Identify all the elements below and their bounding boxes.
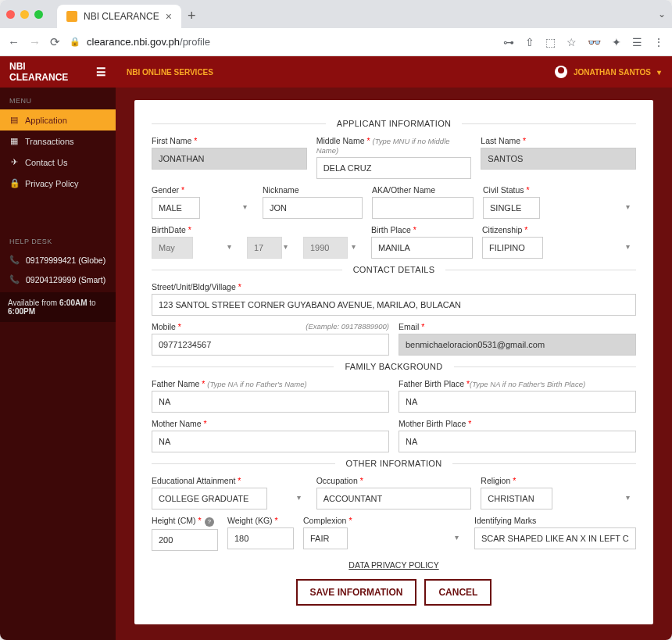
tabs-dropdown-icon[interactable]: ⌄ — [658, 9, 666, 20]
app-topbar: NBI CLEARANCE ☰ NBI ONLINE SERVICES JONA… — [0, 56, 672, 88]
help-phone-smart: 📞 09204129999 (Smart) — [0, 270, 116, 289]
weight-input[interactable] — [227, 527, 294, 549]
height-input[interactable] — [152, 529, 218, 551]
tab-close-icon[interactable]: × — [166, 10, 172, 23]
sidebar-item-label: Transactions — [25, 137, 74, 146]
birth-year-select: 1990 — [303, 237, 348, 259]
phone-icon: 📞 — [9, 274, 20, 284]
sidebar-item-contact[interactable]: ✈ Contact Us — [0, 152, 116, 173]
window-minimize-icon[interactable] — [20, 10, 29, 19]
birth-month-select: May — [152, 237, 193, 259]
marks-input[interactable] — [474, 527, 636, 549]
lock-icon: 🔒 — [9, 178, 19, 188]
window-controls — [6, 10, 43, 19]
father-name-input[interactable] — [152, 391, 389, 413]
chevron-down-icon: ▾ — [657, 68, 661, 77]
install-icon[interactable]: ⬚ — [545, 36, 556, 48]
brand-text: NBI CLEARANCE — [9, 61, 85, 83]
section-other: OTHER INFORMATION — [152, 459, 636, 468]
sidebar-item-application[interactable]: ▤ Application — [0, 109, 116, 131]
email-input — [399, 334, 636, 356]
share-icon[interactable]: ⇧ — [525, 36, 534, 48]
new-tab-icon[interactable]: + — [188, 8, 196, 24]
forward-icon: → — [29, 35, 41, 48]
sidebar: MENU ▤ Application ▦ Transactions ✈ Cont… — [0, 88, 116, 640]
user-menu[interactable]: JONATHAN SANTOS ▾ — [555, 66, 672, 78]
civil-status-select[interactable]: SINGLE — [483, 197, 540, 219]
religion-select[interactable]: CHRISTIAN — [481, 488, 552, 509]
mobile-input[interactable] — [152, 334, 389, 356]
help-phone-globe: 📞 09179999421 (Globe) — [0, 250, 116, 270]
online-services-link[interactable]: NBI ONLINE SERVICES — [116, 68, 213, 77]
tab-title: NBI CLEARANCE — [84, 11, 159, 22]
back-icon[interactable]: ← — [8, 35, 20, 48]
extensions-icon[interactable]: ✦ — [612, 36, 621, 48]
sidebar-help-title: HELP DESK — [0, 233, 116, 250]
browser-actions: ⊶ ⇧ ⬚ ☆ 👓 ✦ ☰ ⋮ — [503, 36, 664, 48]
section-applicant: APPLICANT INFORMATION — [152, 119, 636, 128]
profile-panel: APPLICANT INFORMATION First Name * Middl… — [134, 100, 653, 624]
list-icon: ▦ — [9, 136, 19, 146]
nickname-input[interactable] — [263, 197, 363, 219]
reading-list-icon[interactable]: ☰ — [632, 36, 642, 48]
sidebar-menu-title: MENU — [0, 92, 116, 109]
help-icon[interactable]: ? — [205, 517, 214, 527]
street-input[interactable] — [152, 294, 636, 316]
mother-name-input[interactable] — [152, 431, 389, 452]
birth-place-input[interactable] — [371, 237, 473, 259]
citizenship-select[interactable]: FILIPINO — [482, 237, 543, 259]
sidebar-item-transactions[interactable]: ▦ Transactions — [0, 131, 116, 152]
complexion-select[interactable]: FAIR — [303, 527, 348, 549]
availability-notice: Available from 6:00AM to 6:00PM — [0, 292, 116, 322]
section-family: FAMILY BACKGROUND — [152, 362, 636, 371]
url-path: /profile — [180, 36, 210, 48]
occupation-input[interactable] — [316, 488, 472, 509]
phone-icon: 📞 — [9, 255, 20, 265]
mother-birthplace-input[interactable] — [399, 431, 636, 452]
father-birthplace-input[interactable] — [399, 391, 636, 413]
aka-input[interactable] — [372, 197, 474, 219]
section-contact: CONTACT DETAILS — [152, 265, 636, 274]
middle-name-input[interactable] — [316, 157, 472, 179]
sidebar-item-label: Application — [25, 116, 67, 125]
brand: NBI CLEARANCE ☰ — [0, 56, 116, 88]
hamburger-icon[interactable]: ☰ — [96, 66, 106, 78]
gender-select[interactable]: MALE — [152, 197, 200, 219]
browser-address-bar: ← → ⟳ 🔒 clearance.nbi.gov.ph/profile ⊶ ⇧… — [0, 28, 672, 56]
privacy-policy-link[interactable]: DATA PRIVACY POLICY — [152, 560, 636, 570]
bookmark-icon[interactable]: ☆ — [567, 36, 577, 48]
menu-icon[interactable]: ⋮ — [653, 36, 664, 48]
last-name-input — [481, 148, 636, 170]
sidebar-item-label: Contact Us — [25, 158, 67, 167]
cancel-button[interactable]: CANCEL — [424, 579, 491, 606]
education-select[interactable]: COLLEGE GRADUATE — [152, 488, 267, 509]
incognito-icon[interactable]: 👓 — [588, 36, 601, 48]
key-icon[interactable]: ⊶ — [503, 36, 514, 48]
window-close-icon[interactable] — [6, 10, 15, 19]
browser-tab-bar: NBI CLEARANCE × + ⌄ — [0, 0, 672, 28]
sidebar-item-privacy[interactable]: 🔒 Privacy Policy — [0, 173, 116, 194]
window-maximize-icon[interactable] — [34, 10, 43, 19]
first-name-input — [152, 148, 307, 170]
sidebar-item-label: Privacy Policy — [25, 179, 78, 188]
birth-day-select: 17 — [247, 237, 282, 259]
url-domain: clearance.nbi.gov.ph — [87, 36, 180, 48]
paper-plane-icon: ✈ — [9, 157, 19, 167]
url-input[interactable]: 🔒 clearance.nbi.gov.ph/profile — [70, 36, 494, 48]
browser-tab[interactable]: NBI CLEARANCE × — [57, 5, 181, 28]
save-button[interactable]: SAVE INFORMATION — [296, 579, 417, 606]
user-name: JONATHAN SANTOS — [574, 68, 651, 77]
lock-icon: 🔒 — [70, 37, 80, 47]
favicon-icon — [66, 11, 77, 22]
avatar-icon — [555, 66, 567, 78]
reload-icon[interactable]: ⟳ — [50, 35, 60, 49]
file-icon: ▤ — [9, 115, 19, 125]
